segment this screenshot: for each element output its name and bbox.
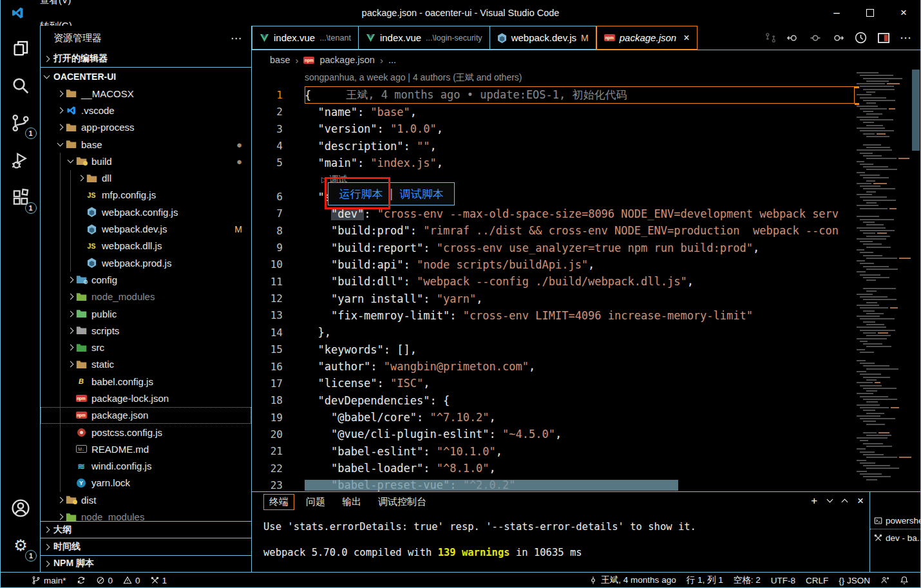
branch-icon xyxy=(32,576,41,585)
tree-item-base[interactable]: base● xyxy=(41,136,251,153)
status-right-5[interactable]: {} JSON xyxy=(833,576,875,585)
status-right-6-feedback[interactable] xyxy=(875,576,895,585)
status-left-2-error[interactable]: 0 xyxy=(91,576,119,585)
babel-file-icon: B xyxy=(75,377,87,385)
code-line-20: 20 "@vue/cli-plugin-eslint": "~4.5.0", xyxy=(252,426,855,442)
debug-script-link[interactable]: 调试脚本 xyxy=(400,187,444,202)
code-line-15: 15 "keywords": [], xyxy=(252,341,855,358)
tree-item-dll[interactable]: dll xyxy=(41,169,251,186)
search-icon[interactable] xyxy=(6,71,35,100)
status-right-1[interactable]: 行 1, 列 1 xyxy=(681,574,728,586)
tree-item-.vscode[interactable]: .vscode xyxy=(41,102,251,119)
tree-item-dist[interactable]: dist xyxy=(41,491,251,508)
tree-item-node_modules[interactable]: node_modules xyxy=(41,508,251,521)
previous-change-icon[interactable] xyxy=(786,32,799,44)
breadcrumb-item-symbol[interactable]: ... xyxy=(388,55,396,65)
tree-item-babel.config.js[interactable]: Bbabel.config.js xyxy=(41,373,251,390)
terminal-output[interactable]: Use 'stats.errorDetails: true' resp. '--… xyxy=(252,511,869,559)
menu-item-3[interactable]: 查看(V) xyxy=(33,0,79,13)
status-left-1-sync[interactable] xyxy=(71,576,91,585)
status-left-0-branch[interactable]: main* xyxy=(26,576,71,585)
editor-tab-webpack.dev.js[interactable]: webpack.dev.jsM xyxy=(490,26,596,50)
status-right-2[interactable]: 空格: 2 xyxy=(728,574,766,586)
editor-tab-index.vue[interactable]: index.vue...\login-security xyxy=(359,26,490,50)
modified-dot: ● xyxy=(236,139,242,150)
tree-item-webpack.dll.js[interactable]: JSwebpack.dll.js xyxy=(41,238,251,254)
tree-item-webpack.dev.js[interactable]: webpack.dev.jsM xyxy=(41,220,251,237)
maximize-panel-icon[interactable] xyxy=(842,499,848,506)
more-actions-icon[interactable]: ⋯ xyxy=(900,31,911,45)
source-control-icon[interactable]: 1 xyxy=(6,108,35,138)
close-button[interactable]: × xyxy=(887,0,920,26)
breadcrumb-item-base[interactable]: base xyxy=(270,55,290,65)
accounts-icon[interactable] xyxy=(6,493,35,523)
section-npm-scripts[interactable]: NPM 脚本 xyxy=(41,555,251,572)
close-tab-icon[interactable]: × xyxy=(683,32,689,44)
panel-tab-终端[interactable]: 终端 xyxy=(263,494,294,510)
tree-item-package.json[interactable]: npmpackage.json xyxy=(41,407,251,424)
tree-item-public[interactable]: public xyxy=(41,305,251,322)
close-panel-icon[interactable]: × xyxy=(857,495,864,506)
section-open-editors[interactable]: 打开的编辑器 xyxy=(41,50,251,68)
tree-item-postcss.config.js[interactable]: postcss.config.js xyxy=(41,424,251,441)
panel-tab-问题[interactable]: 问题 xyxy=(301,495,330,509)
open-changes-icon[interactable] xyxy=(764,32,777,44)
section-project-root[interactable]: OACENTER-UI xyxy=(41,68,251,85)
maximize-button[interactable] xyxy=(853,0,887,26)
breadcrumb-item-file[interactable]: package.json xyxy=(319,55,374,65)
vertical-scrollbar[interactable] xyxy=(911,70,920,491)
extensions-icon[interactable]: 1 xyxy=(6,183,35,213)
section-outline[interactable]: 大纲 xyxy=(41,521,251,538)
panel-tab-调试控制台[interactable]: 调试控制台 xyxy=(373,495,432,509)
status-right-0-commit[interactable]: 王斌, 4 months ago xyxy=(584,574,681,586)
settings-gear-icon[interactable]: ⚙ 1 xyxy=(6,531,35,560)
new-terminal-icon[interactable]: + xyxy=(811,495,817,506)
tree-item-webpack.prod.js[interactable]: webpack.prod.js xyxy=(41,254,251,271)
modified-dot: ● xyxy=(236,156,242,167)
explorer-sidebar: 资源管理器 ⋯ 打开的编辑器 OACENTER-UI __MACOSX.vsco… xyxy=(41,26,252,572)
tree-item-scripts[interactable]: scripts xyxy=(41,322,251,339)
tree-item-src[interactable]: src xyxy=(41,339,251,356)
tree-item-windi.config.js[interactable]: ≋windi.config.js xyxy=(41,458,251,475)
status-left-3-warning[interactable]: 0 xyxy=(118,576,146,585)
minimap[interactable] xyxy=(855,70,911,491)
tree-item-config[interactable]: ⚙config xyxy=(41,271,251,288)
editor-tab-bar: index.vue...\tenantindex.vue...\login-se… xyxy=(252,26,920,50)
minimize-button[interactable]: – xyxy=(820,0,853,26)
explorer-icon[interactable] xyxy=(6,33,35,63)
editor-tab-index.vue[interactable]: index.vue...\tenant xyxy=(252,26,359,50)
explorer-more-actions-icon[interactable]: ⋯ xyxy=(231,32,242,45)
tree-item-README.md[interactable]: M↓README.md xyxy=(41,441,251,457)
tree-item-yarn.lock[interactable]: Yyarn.lock xyxy=(41,475,251,491)
terminal-instance-devba[interactable]: dev - ba... ( xyxy=(870,529,920,546)
status-right-4[interactable]: CRLF xyxy=(801,576,833,585)
horizontal-scrollbar[interactable] xyxy=(305,480,678,491)
file-history-icon[interactable] xyxy=(854,31,868,44)
vscode-folder-icon xyxy=(65,106,77,115)
panel-tab-输出[interactable]: 输出 xyxy=(337,495,366,509)
split-editor-icon[interactable] xyxy=(877,32,890,44)
tree-item-static[interactable]: static xyxy=(41,356,251,373)
status-right-3[interactable]: UTF-8 xyxy=(766,576,801,585)
folder-icon xyxy=(65,123,77,132)
codelens-authors[interactable]: songpanhua, a week ago | 4 authors (王斌 a… xyxy=(305,72,522,84)
tree-item-mfp.config.js[interactable]: JSmfp.config.js xyxy=(41,187,251,204)
terminal-dropdown-icon[interactable] xyxy=(827,497,833,503)
tree-item-package-lock.json[interactable]: npmpackage-lock.json xyxy=(41,390,251,406)
tree-item-__MACOSX[interactable]: __MACOSX xyxy=(41,85,251,102)
webpack-file-icon xyxy=(86,258,97,268)
tree-item-app-process[interactable]: app-process xyxy=(41,119,251,136)
status-left-4-tools[interactable]: 1 xyxy=(146,576,173,585)
tree-item-node_modules[interactable]: node_modules xyxy=(41,289,251,305)
editor-tab-package.json[interactable]: npmpackage.json× xyxy=(596,26,698,50)
section-timeline[interactable]: 时间线 xyxy=(41,538,251,555)
current-change-icon[interactable] xyxy=(809,32,822,44)
tree-item-build[interactable]: build● xyxy=(41,153,251,169)
tree-item-webpack.config.js[interactable]: webpack.config.js xyxy=(41,204,251,220)
breadcrumb-separator: › xyxy=(380,55,383,66)
next-change-icon[interactable] xyxy=(831,32,844,44)
terminal-instance-powershell[interactable]: powershell xyxy=(870,513,920,529)
run-debug-icon[interactable] xyxy=(6,146,35,175)
code-editor[interactable]: songpanhua, a week ago | 4 authors (王斌 a… xyxy=(252,70,920,491)
status-right-7-bell[interactable] xyxy=(895,576,914,585)
